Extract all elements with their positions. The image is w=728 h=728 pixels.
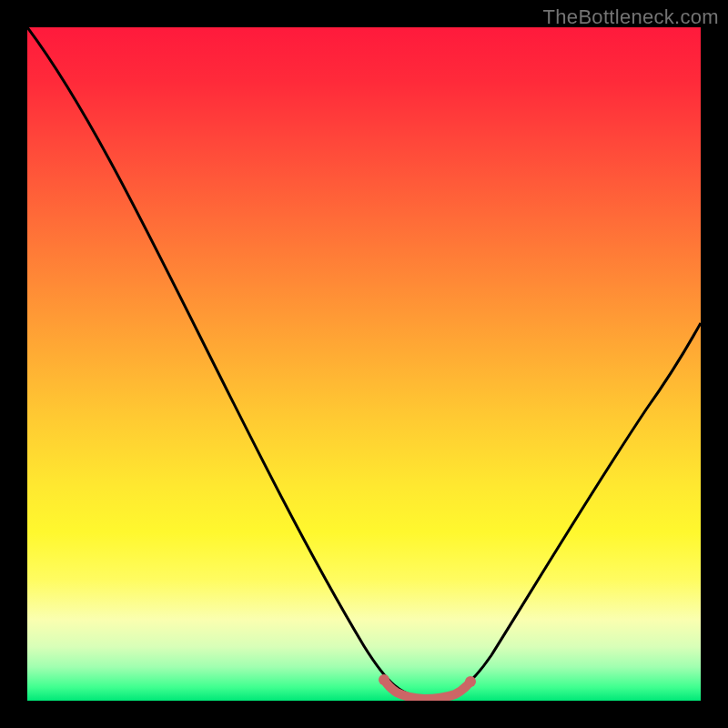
optimal-zone-path (384, 680, 470, 699)
optimal-zone-start-dot (379, 674, 389, 685)
curve-layer (27, 27, 701, 701)
bottleneck-curve-path (27, 27, 701, 699)
plot-area (27, 27, 701, 701)
optimal-zone-end-dot (465, 676, 476, 687)
watermark-text: TheBottleneck.com (543, 5, 719, 29)
bottleneck-chart: TheBottleneck.com (0, 0, 728, 728)
